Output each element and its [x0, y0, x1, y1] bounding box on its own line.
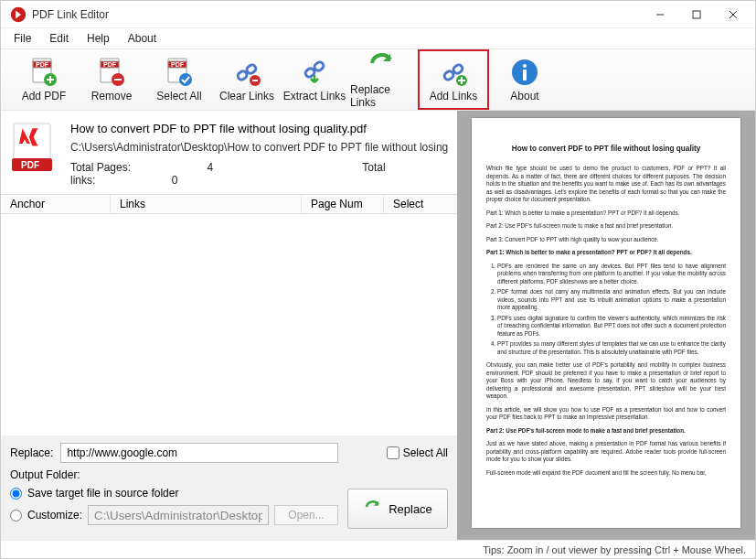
col-anchor[interactable]: Anchor: [1, 195, 111, 213]
radio-source-folder[interactable]: Save target file in source folder: [10, 487, 338, 500]
replace-links-icon: [367, 50, 398, 81]
select-all-button[interactable]: PDF Select All: [147, 51, 211, 108]
file-path: C:\Users\Administrator\Desktop\How to co…: [70, 141, 450, 154]
total-pages: Total Pages: 4: [70, 161, 286, 174]
output-folder-label: Output Folder:: [10, 468, 448, 481]
open-button: Open...: [274, 505, 338, 525]
minimize-button[interactable]: [642, 1, 678, 28]
maximize-button[interactable]: [678, 1, 715, 28]
svg-rect-23: [453, 63, 464, 74]
svg-text:PDF: PDF: [171, 61, 185, 68]
pdf-thumbnail-icon: PDF: [8, 122, 61, 175]
menu-about[interactable]: About: [128, 32, 156, 45]
svg-text:PDF: PDF: [103, 61, 117, 68]
bottom-controls: Replace: Select All Output Folder: Save …: [1, 435, 457, 540]
status-tip: Tips: Zoom in / out viewer by pressing C…: [483, 544, 746, 555]
list-body: [1, 214, 457, 435]
add-pdf-button[interactable]: PDF Add PDF: [12, 51, 76, 108]
toolbar-label: Add Links: [430, 90, 478, 102]
menubar: File Edit Help About: [1, 28, 755, 48]
preview-pane[interactable]: How to convert PDF to PPT file without l…: [457, 111, 755, 540]
replace-label: Replace:: [10, 446, 53, 459]
clear-links-icon: [231, 57, 262, 88]
window-title: PDF Link Editor: [32, 8, 642, 21]
file-info: PDF How to convert PDF to PPT file witho…: [1, 111, 457, 194]
about-button[interactable]: About: [493, 51, 557, 108]
app-icon: [10, 6, 27, 23]
extract-links-icon: [299, 57, 330, 88]
pdf-selectall-icon: PDF: [164, 57, 195, 88]
svg-point-26: [523, 64, 527, 68]
info-icon: [509, 57, 540, 88]
customize-path-input: [88, 505, 269, 525]
col-select[interactable]: Select: [384, 195, 457, 213]
replace-button[interactable]: Replace: [347, 489, 448, 529]
statusbar: Tips: Zoom in / out viewer by pressing C…: [1, 540, 755, 558]
remove-button[interactable]: PDF Remove: [80, 51, 144, 108]
left-pane: PDF How to convert PDF to PPT file witho…: [1, 111, 457, 540]
svg-rect-27: [523, 70, 527, 81]
file-name: How to convert PDF to PPT file without l…: [70, 122, 450, 135]
svg-rect-21: [314, 60, 325, 71]
toolbar-label: Select All: [156, 90, 201, 102]
menu-edit[interactable]: Edit: [49, 32, 69, 45]
replace-input[interactable]: [60, 443, 338, 463]
preview-page: How to convert PDF to PPT file without l…: [472, 118, 740, 528]
toolbar-label: Remove: [91, 90, 133, 102]
toolbar: PDF Add PDF PDF Remove PDF Select All Cl…: [1, 48, 755, 111]
pdf-add-icon: PDF: [28, 57, 59, 88]
svg-text:PDF: PDF: [36, 61, 49, 68]
add-links-icon: [438, 57, 469, 88]
titlebar: PDF Link Editor: [1, 1, 755, 28]
toolbar-label: About: [510, 90, 538, 102]
add-links-button[interactable]: Add Links: [418, 49, 489, 110]
menu-help[interactable]: Help: [87, 32, 110, 45]
toolbar-label: Extract Links: [283, 90, 346, 102]
list-header: Anchor Links Page Num Select: [1, 194, 457, 214]
svg-point-16: [179, 73, 192, 86]
content: PDF How to convert PDF to PPT file witho…: [1, 111, 755, 540]
radio-customize[interactable]: Customize: Open...: [10, 505, 338, 525]
toolbar-label: Clear Links: [219, 90, 274, 102]
clear-links-button[interactable]: Clear Links: [215, 51, 279, 108]
col-links[interactable]: Links: [111, 195, 302, 213]
pdf-remove-icon: PDF: [96, 57, 127, 88]
radio-source-input[interactable]: [10, 488, 22, 500]
replace-links-button[interactable]: Replace Links: [350, 51, 414, 108]
svg-rect-2: [693, 11, 700, 18]
close-button[interactable]: [715, 1, 751, 28]
svg-text:PDF: PDF: [21, 160, 39, 170]
svg-rect-18: [246, 63, 258, 74]
select-all-input[interactable]: [387, 446, 399, 459]
menu-file[interactable]: File: [14, 32, 31, 45]
extract-links-button[interactable]: Extract Links: [282, 51, 346, 108]
select-all-checkbox[interactable]: Select All: [347, 446, 448, 459]
col-page-num[interactable]: Page Num: [302, 195, 384, 213]
toolbar-label: Replace Links: [350, 83, 414, 109]
radio-customize-input[interactable]: [10, 510, 22, 521]
toolbar-label: Add PDF: [22, 90, 67, 102]
preview-title: How to convert PDF to PPT file without l…: [486, 144, 726, 154]
